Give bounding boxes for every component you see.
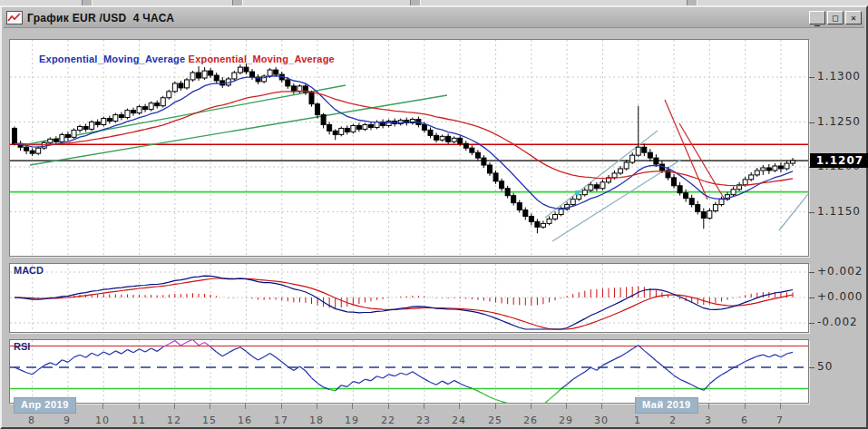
date-axis-tick <box>601 404 602 409</box>
ema-label-fast: Exponential_Moving_Average <box>39 54 185 64</box>
rsi-panel[interactable]: RSI <box>9 339 809 404</box>
date-axis-tick <box>139 404 140 409</box>
macd-label: MACD <box>14 265 44 276</box>
date-axis-label: 6 <box>729 414 760 426</box>
macd-axis-tick <box>809 297 814 298</box>
price-axis-tick <box>809 122 814 123</box>
indicator-labels: Exponential_Moving_Average Exponential_M… <box>15 43 335 75</box>
macd-axis-label: -0.002 <box>817 316 858 328</box>
date-axis-label: 29 <box>551 414 581 426</box>
date-axis-tick <box>352 404 353 409</box>
date-axis-tick <box>495 404 496 409</box>
date-axis-label: 26 <box>515 414 546 426</box>
close-button[interactable]: ✕ <box>845 11 862 24</box>
price-axis-label: 1.1250 <box>817 115 861 128</box>
date-axis-label: 17 <box>266 414 297 426</box>
price-axis-tick <box>809 77 814 78</box>
macd-axis-label: +0.002 <box>817 265 863 278</box>
macd-axis-tick <box>809 323 814 324</box>
price-axis-label: 1.1300 <box>817 70 861 83</box>
date-axis-tick <box>388 404 389 409</box>
macd-axis-tick <box>809 272 814 273</box>
macd-panel[interactable]: MACD <box>9 263 809 333</box>
month-badge: Май 2019 <box>635 397 698 414</box>
price-axis-tick <box>809 212 814 213</box>
date-axis-label: 2 <box>658 414 688 426</box>
date-axis-label: 24 <box>444 414 474 426</box>
date-axis-label: 12 <box>159 414 190 426</box>
date-axis-tick <box>780 404 781 409</box>
date-axis-label: 8 <box>16 414 47 426</box>
date-axis-tick <box>102 404 103 409</box>
maximize-button[interactable]: □ <box>827 11 844 24</box>
date-axis-tick <box>459 404 460 409</box>
minimize-button[interactable]: _ <box>809 11 825 24</box>
title-bar[interactable]: График EUR /USD 4 ЧАСА _ □ ✕ <box>4 8 864 28</box>
rsi-axis-tick <box>809 367 814 368</box>
chart-window: График EUR /USD 4 ЧАСА _ □ ✕ Exponential… <box>0 5 868 429</box>
price-chart-panel[interactable]: Exponential_Moving_Average Exponential_M… <box>9 39 809 257</box>
date-axis-label: 9 <box>52 414 83 426</box>
window-title: График EUR /USD 4 ЧАСА <box>27 12 809 24</box>
date-axis-label: 1 <box>622 414 653 426</box>
date-axis-label: 11 <box>123 414 154 426</box>
date-axis-tick <box>317 404 317 409</box>
date-axis-tick <box>708 404 709 409</box>
macd-axis-label: +0.000 <box>817 290 863 303</box>
date-axis-label: 25 <box>480 414 511 426</box>
price-axis-label: 1.1150 <box>817 205 861 218</box>
date-axis-label: 10 <box>87 414 118 426</box>
date-axis-tick <box>566 404 567 409</box>
date-axis-label: 19 <box>336 414 367 426</box>
date-axis-tick <box>745 404 746 409</box>
rsi-axis-label: 50 <box>817 360 833 373</box>
rsi-label: RSI <box>14 341 30 352</box>
date-axis-label: 15 <box>194 414 225 426</box>
date-axis-tick <box>281 404 282 409</box>
date-axis-tick <box>424 404 424 409</box>
date-axis-tick <box>210 404 210 409</box>
date-axis-tick <box>531 404 532 409</box>
date-axis-tick <box>174 404 175 409</box>
date-axis-label: 7 <box>765 414 795 426</box>
date-axis-label: 18 <box>301 414 332 426</box>
screen: График EUR /USD 4 ЧАСА _ □ ✕ Exponential… <box>0 0 868 429</box>
date-axis-label: 30 <box>586 414 617 426</box>
ema-label-slow: Exponential_Moving_Average <box>189 54 335 64</box>
date-axis-label: 23 <box>408 414 439 426</box>
month-badge: Апр 2019 <box>14 397 76 414</box>
date-axis-tick <box>245 404 246 409</box>
date-axis-label: 3 <box>693 414 724 426</box>
chart-icon <box>6 11 23 24</box>
date-axis-label: 16 <box>229 414 260 426</box>
date-axis-label: 22 <box>373 414 404 426</box>
current-price-badge: 1.1207 <box>810 153 868 168</box>
